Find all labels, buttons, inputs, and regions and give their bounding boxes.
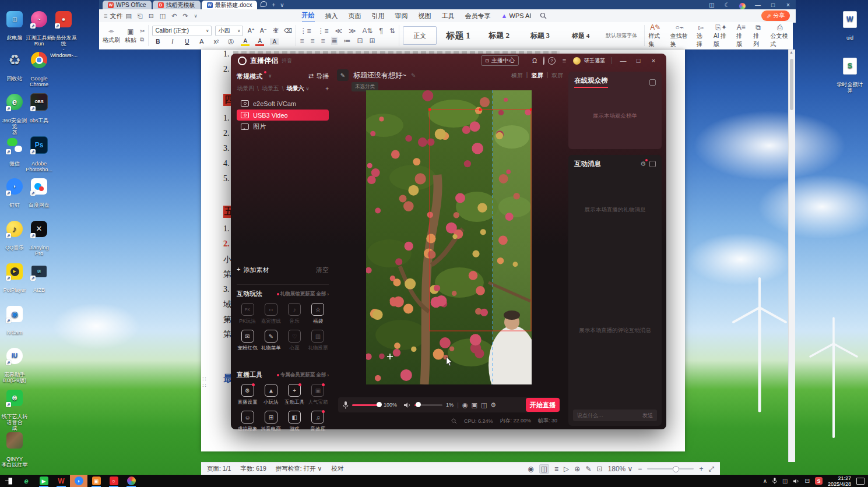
tab-reference[interactable]: 引用 — [372, 10, 385, 22]
paste-button[interactable]: ▣粘贴 — [125, 27, 136, 44]
tool-item-games[interactable]: ◧游戏 — [284, 411, 305, 433]
start-live-button[interactable]: 开始直播 — [526, 398, 560, 412]
align-left-icon[interactable]: ≡ — [300, 37, 304, 45]
grow-font-icon[interactable]: A⁺ — [247, 27, 255, 34]
taskbar-photos-icon[interactable] — [122, 475, 140, 487]
tray-ime-icon[interactable]: ⊟ — [805, 478, 810, 484]
anchor-center-button[interactable]: ⊡主播中心 — [481, 55, 519, 66]
print-icon[interactable]: ⊟ — [149, 12, 154, 20]
taskbar-wps-icon[interactable]: W — [52, 475, 70, 487]
mic-icon[interactable] — [343, 401, 349, 409]
play-item-gift-menu[interactable]: ✎礼物菜单 — [260, 330, 282, 352]
desktop-icon-member-dist[interactable]: e↗ 会员分发系统 -Windows-... — [50, 5, 77, 58]
preview-icon[interactable]: ◫ — [160, 12, 166, 20]
tool-item-virtual-avatar[interactable]: ☺虚拟形象 — [237, 411, 258, 433]
font-size-select[interactable]: 小四∨ — [215, 26, 243, 36]
char-shading-icon[interactable]: A — [270, 38, 279, 45]
paragraph-drag-handle[interactable]: ∷∷ — [202, 376, 206, 389]
speaker-slider-knob[interactable] — [416, 402, 421, 407]
maximize-button[interactable]: □ — [632, 57, 644, 64]
taskbar-dingtalk-icon[interactable]: ◗ — [70, 475, 87, 487]
copy-icon[interactable]: ⧉ — [140, 36, 145, 43]
clear-format-icon[interactable]: ⌫ — [283, 27, 292, 34]
justify-icon[interactable]: ≣ — [331, 37, 337, 45]
style-set-button[interactable]: A✎样式集 — [648, 23, 662, 48]
taskbar-live-companion-icon[interactable]: ○ — [105, 475, 122, 487]
underline-button[interactable]: U — [182, 38, 191, 45]
edit-pencil-icon[interactable]: ✎ — [411, 72, 416, 79]
headset-icon[interactable]: Ω — [529, 57, 540, 64]
tab-current-doc[interactable]: W 最新搭建.docx — [202, 1, 258, 9]
play-item-gift-vote[interactable]: ▥礼物投票 — [307, 330, 329, 352]
undo-icon[interactable]: ↶ — [171, 12, 177, 20]
text-direction-icon[interactable]: A⇅ — [363, 27, 373, 35]
account-avatar[interactable] — [739, 3, 746, 9]
outline-view-icon[interactable]: ≡ — [554, 465, 558, 473]
desktop-icon-baidu-pan[interactable]: ↗ 百度网盘 — [26, 172, 52, 208]
diagnose-icon[interactable] — [451, 418, 457, 424]
mic-slider-knob[interactable] — [377, 402, 382, 407]
add-material-button[interactable]: +添加素材 — [237, 266, 269, 274]
mode-dual[interactable]: 双屏 — [551, 72, 563, 80]
style-default-font[interactable]: 默认段落字体 — [602, 32, 641, 40]
mode-landscape[interactable]: 横屏 — [511, 72, 523, 80]
borders-icon[interactable]: ⊞ — [370, 37, 375, 45]
source-image[interactable]: 图片 — [237, 121, 329, 132]
page-view-icon[interactable]: ◫ — [539, 464, 549, 474]
tab-wps-office[interactable]: W WPS Office — [103, 1, 152, 9]
save-icon[interactable]: ▤ — [125, 12, 131, 20]
eye-protect-icon[interactable]: ◉ — [528, 465, 533, 473]
desktop-icon-hongjie-helper[interactable]: iU↗ 宏界助手 8.0(5-9版) — [1, 341, 28, 383]
play-item-lucky-bag[interactable]: ☆福袋 — [307, 303, 329, 325]
ai-typeset-button[interactable]: ⎘✦AI 排版 — [714, 23, 729, 48]
search-icon[interactable] — [540, 12, 547, 19]
edit-mode-icon[interactable]: ✎ — [585, 465, 591, 473]
increase-indent-icon[interactable]: ≫ — [349, 27, 356, 35]
official-doc-button[interactable]: ⎙公文模式 — [771, 23, 789, 48]
highlight-color-button[interactable]: A — [241, 38, 249, 46]
menu-icon[interactable]: ≡ — [559, 57, 570, 64]
shrink-font-icon[interactable]: A⁻ — [259, 27, 268, 34]
help-icon[interactable]: ? — [548, 57, 556, 65]
export-icon[interactable]: ⎗ — [138, 12, 143, 20]
desktop-icon-qq-music[interactable]: ♪↗ QQ音乐 — [1, 214, 28, 250]
select-button[interactable]: ▻选择 — [697, 23, 706, 48]
play-item-pk[interactable]: PKPK玩法 — [237, 303, 258, 325]
message-settings-gear-icon[interactable]: ⚙ — [640, 160, 646, 168]
tab-comment-icon[interactable] — [261, 1, 267, 9]
edit-title-icon[interactable]: ✎ — [337, 69, 349, 81]
align-right-icon[interactable]: ≡ — [321, 37, 325, 45]
desktop-icon-uid-doc[interactable]: W uid — [835, 5, 865, 41]
desktop-icon-jianying[interactable]: ✕↗ Jianying Pro — [26, 214, 52, 256]
popout-icon[interactable] — [649, 161, 656, 167]
fullscreen-icon[interactable]: ⤢ — [708, 465, 714, 473]
minimize-button[interactable]: — — [617, 57, 629, 64]
numbering-icon[interactable]: ⋮≡ — [317, 27, 328, 35]
sogou-icon[interactable]: S — [815, 477, 823, 485]
decrease-indent-icon[interactable]: ≪ — [335, 27, 342, 35]
find-replace-button[interactable]: ○⌁查找替换 — [670, 23, 688, 48]
mode-portrait[interactable]: 竖屏 — [531, 72, 543, 80]
tab-wps-ai[interactable]: ▲ WPS AI — [501, 10, 532, 22]
tab-tools[interactable]: 工具 — [442, 10, 455, 22]
style-heading4[interactable]: 标题 4 — [561, 31, 600, 40]
desktop-icon-jianghu-toolbox[interactable]: ~↗ 江湖工具箱 Run — [26, 5, 52, 47]
desktop-icon-360-browser[interactable]: e↗ 360安全浏览 器 — [1, 87, 28, 135]
tab-home[interactable]: 开始 — [302, 9, 315, 23]
italic-button[interactable]: I — [168, 38, 177, 45]
shading-icon[interactable]: ⊡ — [357, 37, 363, 45]
share-button[interactable]: ⇗分享 — [761, 10, 790, 21]
font-family-select[interactable]: Calibri (正文)∨ — [152, 26, 212, 36]
new-tab-button[interactable]: + — [272, 1, 275, 9]
speaker-volume-slider[interactable] — [414, 404, 442, 406]
play-section-notice[interactable]: 礼物展馆更新至 全部 › — [277, 291, 329, 298]
document-scrollbar[interactable]: ▲ — [788, 50, 795, 462]
scroll-up-icon[interactable]: ▲ — [789, 50, 793, 54]
word-count[interactable]: 字数: 619 — [240, 465, 266, 473]
desktop-icon-recycle-bin[interactable]: ♻ 回收站 — [1, 45, 28, 82]
font-color-button[interactable]: A — [255, 38, 264, 46]
beauty-icon[interactable]: ◉ — [462, 401, 468, 409]
style-heading2[interactable]: 标题 2 — [480, 30, 518, 41]
clock[interactable]: 21:272025/4/28 — [828, 475, 851, 487]
tool-item-douyin-shop[interactable]: ⊞抖音电商 — [260, 411, 282, 433]
